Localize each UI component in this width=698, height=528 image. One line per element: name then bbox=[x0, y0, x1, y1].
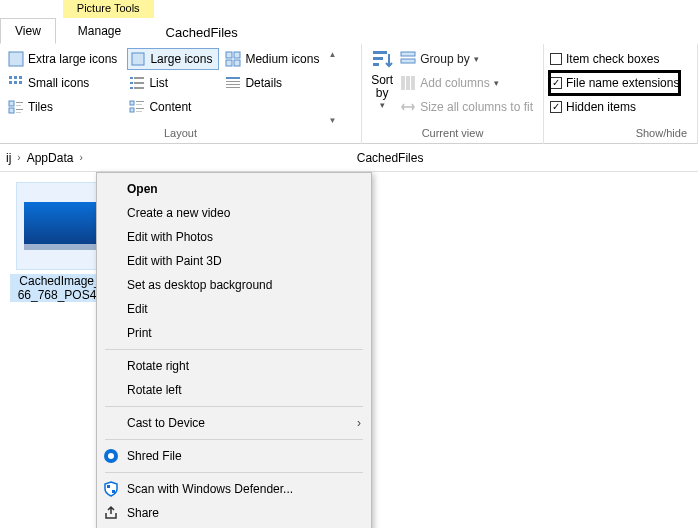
picture-tools-group: Picture Tools Manage bbox=[63, 18, 154, 44]
separator bbox=[105, 439, 363, 440]
ctx-print-label: Print bbox=[127, 326, 152, 340]
view-list-label: List bbox=[149, 76, 168, 90]
ctx-scan-defender[interactable]: Scan with Windows Defender... bbox=[97, 477, 371, 501]
layout-scroll[interactable]: ▲ ▼ bbox=[325, 48, 339, 127]
tab-view-label: View bbox=[15, 24, 41, 38]
ctx-edit-with-paint3d[interactable]: Edit with Paint 3D bbox=[97, 249, 371, 273]
list-icon bbox=[129, 75, 145, 91]
context-menu: Open Create a new video Edit with Photos… bbox=[96, 172, 372, 528]
chevron-down-icon: ▾ bbox=[474, 54, 479, 64]
ctx-print[interactable]: Print bbox=[97, 321, 371, 345]
group-by-button[interactable]: Group by ▾ bbox=[396, 48, 537, 70]
size-all-columns-button[interactable]: Size all columns to fit bbox=[396, 96, 537, 118]
sort-by-label: Sort by bbox=[368, 74, 396, 100]
ctx-edit[interactable]: Edit bbox=[97, 297, 371, 321]
svg-rect-3 bbox=[234, 52, 240, 58]
svg-rect-24 bbox=[16, 105, 21, 106]
view-extra-large-icons[interactable]: Extra large icons bbox=[6, 48, 123, 70]
svg-rect-5 bbox=[234, 60, 240, 66]
ctx-edit-with-photos[interactable]: Edit with Photos bbox=[97, 225, 371, 249]
ctx-cast-to-device[interactable]: Cast to Device› bbox=[97, 411, 371, 435]
file-name-line2: 66_768_POS4.j bbox=[18, 288, 103, 302]
file-list-area[interactable]: CachedImage_ 66_768_POS4.j Open Create a… bbox=[0, 172, 698, 528]
breadcrumb-item-label: ij bbox=[6, 151, 11, 165]
breadcrumb-item[interactable]: AppData bbox=[25, 151, 76, 165]
item-checkboxes-toggle[interactable]: Item check boxes bbox=[550, 48, 679, 70]
svg-rect-10 bbox=[14, 81, 17, 84]
svg-rect-34 bbox=[373, 51, 387, 54]
svg-rect-29 bbox=[136, 101, 144, 102]
defender-shield-icon bbox=[103, 481, 119, 497]
breadcrumb-current[interactable]: CachedFiles bbox=[355, 151, 426, 165]
medium-icons-icon bbox=[225, 51, 241, 67]
small-icons-icon bbox=[8, 75, 24, 91]
svg-rect-16 bbox=[130, 87, 133, 89]
breadcrumb-item-label: AppData bbox=[27, 151, 74, 165]
svg-rect-28 bbox=[130, 101, 134, 105]
share-icon bbox=[103, 505, 119, 521]
breadcrumb: ij › AppData › CachedFiles bbox=[0, 144, 698, 172]
group-by-label: Group by bbox=[420, 52, 469, 66]
svg-rect-7 bbox=[14, 76, 17, 79]
file-name-extensions-label: File name extensions bbox=[566, 76, 679, 90]
ctx-shred-file[interactable]: Shred File bbox=[97, 444, 371, 468]
svg-rect-8 bbox=[19, 76, 22, 79]
ctx-rotl-label: Rotate left bbox=[127, 383, 182, 397]
svg-rect-26 bbox=[16, 109, 23, 110]
ctx-set-desktop-background[interactable]: Set as desktop background bbox=[97, 273, 371, 297]
contextual-tool-tab-title: Picture Tools bbox=[63, 0, 154, 18]
tab-manage[interactable]: Manage bbox=[63, 18, 154, 44]
ctx-editphotos-label: Edit with Photos bbox=[127, 230, 213, 244]
ribbon-group-currentview-label: Current view bbox=[368, 127, 537, 142]
ribbon-group-layout-label: Layout bbox=[6, 127, 355, 142]
svg-rect-37 bbox=[401, 52, 415, 56]
ctx-shred-label: Shred File bbox=[127, 449, 182, 463]
add-columns-icon bbox=[400, 75, 416, 91]
svg-rect-13 bbox=[134, 77, 144, 79]
svg-rect-22 bbox=[9, 101, 14, 106]
svg-rect-18 bbox=[226, 77, 240, 79]
ctx-create-new-video[interactable]: Create a new video bbox=[97, 201, 371, 225]
view-list[interactable]: List bbox=[127, 72, 219, 94]
file-name-extensions-toggle[interactable]: File name extensions bbox=[550, 72, 679, 94]
hidden-items-toggle[interactable]: Hidden items bbox=[550, 96, 679, 118]
ctx-newvideo-label: Create a new video bbox=[127, 206, 230, 220]
view-details[interactable]: Details bbox=[223, 72, 325, 94]
svg-rect-35 bbox=[373, 57, 383, 60]
ribbon-group-current-view: Sort by ▾ Group by ▾ Add columns ▾ Size … bbox=[362, 44, 544, 144]
svg-rect-38 bbox=[401, 59, 415, 63]
ctx-share[interactable]: Share bbox=[97, 501, 371, 525]
ctx-rotr-label: Rotate right bbox=[127, 359, 189, 373]
chevron-down-icon: ▾ bbox=[494, 78, 499, 88]
ctx-cast-label: Cast to Device bbox=[127, 416, 205, 430]
svg-rect-41 bbox=[411, 76, 415, 90]
chevron-right-icon[interactable]: › bbox=[75, 152, 86, 163]
view-large-icons[interactable]: Large icons bbox=[127, 48, 219, 70]
chevron-right-icon[interactable]: › bbox=[13, 152, 24, 163]
file-item[interactable]: CachedImage_ 66_768_POS4.j bbox=[10, 182, 110, 302]
view-tiles[interactable]: Tiles bbox=[6, 96, 123, 118]
ctx-defender-label: Scan with Windows Defender... bbox=[127, 482, 293, 496]
breadcrumb-item[interactable]: ij bbox=[4, 151, 13, 165]
group-icon bbox=[400, 51, 416, 67]
chevron-up-icon: ▲ bbox=[328, 50, 336, 59]
ctx-rotate-left[interactable]: Rotate left bbox=[97, 378, 371, 402]
view-medium-icons[interactable]: Medium icons bbox=[223, 48, 325, 70]
svg-rect-1 bbox=[132, 53, 144, 65]
ctx-rotate-right[interactable]: Rotate right bbox=[97, 354, 371, 378]
ribbon: Extra large icons Large icons Medium ico… bbox=[0, 44, 698, 144]
ctx-open[interactable]: Open bbox=[97, 177, 371, 201]
add-columns-button[interactable]: Add columns ▾ bbox=[396, 72, 537, 94]
tab-view[interactable]: View bbox=[0, 18, 56, 44]
view-small-icons[interactable]: Small icons bbox=[6, 72, 123, 94]
size-columns-icon bbox=[400, 99, 416, 115]
svg-rect-9 bbox=[9, 81, 12, 84]
svg-rect-2 bbox=[226, 52, 232, 58]
svg-rect-19 bbox=[226, 81, 240, 82]
view-content[interactable]: Content bbox=[127, 96, 219, 118]
separator bbox=[105, 349, 363, 350]
sort-by-button[interactable]: Sort by ▾ bbox=[368, 48, 396, 110]
svg-rect-21 bbox=[226, 87, 240, 88]
svg-rect-17 bbox=[134, 87, 144, 89]
breadcrumb-current-label: CachedFiles bbox=[357, 151, 424, 165]
